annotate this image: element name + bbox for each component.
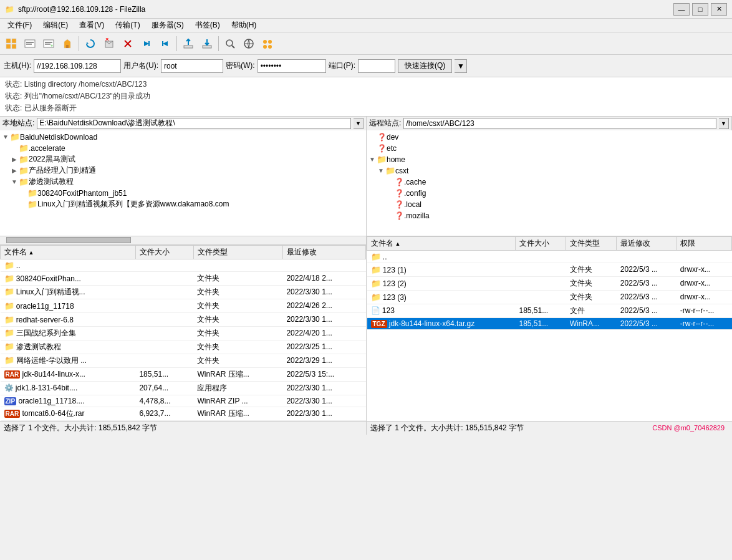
local-file-list[interactable]: 文件名 文件大小 文件类型 最近修改 📁 .. 📁 308240FoxitPha…	[0, 245, 366, 421]
file-name-cell: RAR jdk-8u144-linux-x...	[1, 367, 136, 381]
password-input[interactable]	[258, 59, 326, 73]
host-input[interactable]	[34, 59, 121, 73]
toolbar-btn8[interactable]	[138, 35, 155, 52]
quick-connect-button[interactable]: 快速连接(Q)	[398, 59, 452, 73]
file-type-cell: 文件夹	[193, 299, 282, 312]
tree-item-accelerate[interactable]: 📁 .accelerate	[1, 143, 365, 154]
toolbar-btn7[interactable]	[119, 35, 137, 52]
col-filetype-header[interactable]: 文件类型	[193, 245, 282, 259]
menu-transfer[interactable]: 传输(T)	[110, 19, 145, 32]
menu-edit[interactable]: 编辑(E)	[38, 19, 73, 32]
remote-file-row[interactable]: 📁 123 (3) 文件夹 2022/5/3 ... drwxr-x...	[367, 290, 732, 304]
minimize-button[interactable]: —	[673, 3, 690, 16]
remote-file-row[interactable]: 📁 123 (2) 文件夹 2022/5/3 ... drwxr-x...	[367, 276, 732, 290]
tree-item-config[interactable]: ❓ .config	[368, 188, 731, 199]
watermark: CSDN @m0_70462829	[652, 424, 728, 432]
toolbar-btn3[interactable]: +	[40, 35, 57, 52]
file-size-cell: 207,64...	[135, 381, 193, 395]
remote-path-dropdown[interactable]: ▼	[719, 118, 729, 129]
remote-file-row[interactable]: 📁 ..	[367, 250, 732, 263]
rcol-filetype-header[interactable]: 文件类型	[566, 236, 617, 250]
local-path-dropdown[interactable]: ▼	[354, 118, 364, 129]
remote-file-row[interactable]: 📄 123 185,51... 文件 2022/5/3 ... -rw-r--r…	[367, 304, 732, 317]
toolbar-btn12[interactable]	[240, 35, 258, 52]
toolbar-refresh[interactable]	[82, 35, 99, 52]
remote-path-input[interactable]	[403, 118, 716, 129]
left-panel: ▼ 📁 BaiduNetdiskDownload 📁 .accelerate ▶…	[0, 130, 367, 421]
menu-file[interactable]: 文件(F)	[2, 19, 37, 32]
file-name-cell: 📁 Linux入门到精通视...	[1, 285, 136, 299]
col-filesize-header[interactable]: 文件大小	[135, 245, 193, 259]
local-tree-hscroll[interactable]	[0, 236, 366, 245]
local-file-row[interactable]: 📁 redhat-server-6.8 文件夹 2022/3/30 1...	[1, 312, 366, 326]
rfile-perms-cell	[677, 250, 732, 263]
toolbar-btn4[interactable]	[59, 35, 76, 52]
close-button[interactable]: ✕	[711, 3, 727, 16]
local-file-row[interactable]: RAR tomcat6.0-64位.rar 6,923,7... WinRAR …	[1, 407, 366, 420]
rfile-type-cell: 文件	[566, 304, 617, 317]
menu-bookmark[interactable]: 书签(B)	[190, 19, 225, 32]
local-file-row[interactable]: 📁 网络运维-学以致用 ... 文件夹 2022/3/29 1...	[1, 354, 366, 367]
remote-file-row[interactable]: 📁 123 (1) 文件夹 2022/5/3 ... drwxr-x...	[367, 263, 732, 276]
tree-item-cache[interactable]: ❓ .cache	[368, 176, 731, 188]
toolbar-btn6[interactable]: ✕	[100, 35, 118, 52]
tree-item-2022[interactable]: ▶ 📁 2022黑马测试	[1, 154, 365, 165]
local-file-row[interactable]: ⚙️ jdk1.8-131-64bit.... 207,64... 应用程序 2…	[1, 381, 366, 395]
rcol-perms-header[interactable]: 权限	[677, 236, 732, 250]
port-input[interactable]	[358, 59, 395, 73]
svg-rect-18	[184, 46, 193, 48]
menu-help[interactable]: 帮助(H)	[226, 19, 262, 32]
col-filename-header[interactable]: 文件名	[1, 245, 136, 259]
local-file-row[interactable]: 📁 Linux入门到精通视... 文件夹 2022/3/30 1...	[1, 285, 366, 299]
local-file-row[interactable]: 📁 三国战纪系列全集 文件夹 2022/4/20 1...	[1, 326, 366, 340]
tree-item-dev[interactable]: ❓ dev	[368, 132, 731, 143]
local-file-table: 文件名 文件大小 文件类型 最近修改 📁 .. 📁 308240FoxitPha…	[0, 245, 366, 421]
toolbar-btn9[interactable]	[157, 35, 174, 52]
toolbar-btn2[interactable]	[21, 35, 39, 52]
tree-item-foxit[interactable]: 📁 308240FoxitPhantom_jb51	[1, 188, 365, 199]
local-file-row[interactable]: 📁 oracle11g_11718 文件夹 2022/4/26 2...	[1, 299, 366, 312]
local-file-row[interactable]: 📁 308240FoxitPhan... 文件夹 2022/4/18 2...	[1, 271, 366, 285]
col-modified-header[interactable]: 最近修改	[282, 245, 365, 259]
tree-item-mozilla[interactable]: ❓ .mozilla	[368, 210, 731, 221]
remote-file-row[interactable]: TGZ jdk-8u144-linux-x64.tar.gz 185,51...…	[367, 317, 732, 329]
local-file-row[interactable]: ZIP oracle11g_11718.... 4,478,8... WinRA…	[1, 395, 366, 407]
rcol-modified-header[interactable]: 最近修改	[617, 236, 677, 250]
local-tree[interactable]: ▼ 📁 BaiduNetdiskDownload 📁 .accelerate ▶…	[0, 130, 366, 236]
toolbar-search[interactable]	[221, 35, 239, 52]
toolbar-upload[interactable]	[180, 35, 197, 52]
rcol-filesize-header[interactable]: 文件大小	[515, 236, 566, 250]
tree-item-pentest[interactable]: ▼ 📁 渗透测试教程	[1, 176, 365, 188]
folder-icon: 📁	[377, 155, 387, 164]
tree-item-csxt[interactable]: ▼ 📁 csxt	[368, 165, 731, 176]
toolbar-btn13[interactable]	[259, 35, 276, 52]
rcol-filename-header[interactable]: 文件名	[367, 236, 516, 250]
rfile-size-cell: 185,51...	[515, 304, 566, 317]
maximize-button[interactable]: □	[692, 3, 708, 16]
menu-view[interactable]: 查看(V)	[74, 19, 109, 32]
tree-item-product[interactable]: ▶ 📁 产品经理入门到精通	[1, 165, 365, 176]
tree-item-linux[interactable]: 📁 Linux入门到精通视频系列【更多资源www.dakamao8.com	[1, 199, 365, 210]
remote-path-bar: 远程站点: ▼	[367, 117, 732, 130]
tree-item-home[interactable]: ▼ 📁 home	[368, 154, 731, 165]
username-input[interactable]	[161, 59, 223, 73]
local-file-row[interactable]: 📁 ..	[1, 259, 366, 271]
file-size-cell	[135, 326, 193, 340]
local-file-row[interactable]: 📁 渗透测试教程 文件夹 2022/3/25 1...	[1, 340, 366, 354]
local-path-input[interactable]	[37, 118, 351, 129]
tree-item-etc[interactable]: ❓ etc	[368, 143, 731, 154]
toolbar-site-manager[interactable]	[2, 35, 20, 52]
local-file-row[interactable]: RAR jdk-8u144-linux-x... 185,51... WinRA…	[1, 367, 366, 381]
tree-label: .mozilla	[404, 211, 430, 220]
quick-connect-dropdown[interactable]: ▼	[455, 59, 467, 73]
toolbar-download[interactable]	[198, 35, 216, 52]
folder-icon: 📁	[19, 155, 29, 164]
tree-item-baidu[interactable]: ▼ 📁 BaiduNetdiskDownload	[1, 132, 365, 143]
remote-tree[interactable]: ❓ dev ❓ etc ▼ 📁 home ▼ 📁 csxt ❓ .cac	[367, 130, 732, 236]
tree-item-local[interactable]: ❓ .local	[368, 199, 731, 210]
remote-file-list[interactable]: 文件名 文件大小 文件类型 最近修改 权限 📁 .. 📁 123 (1) 文件夹…	[367, 236, 732, 421]
rfile-perms-cell: drwxr-x...	[677, 263, 732, 276]
remote-status-text: 选择了 1 个文件。大小共计: 185,515,842 字节	[370, 423, 524, 433]
menu-server[interactable]: 服务器(S)	[147, 19, 189, 32]
status-line-1: 状态: Listing directory /home/csxt/ABC/123	[5, 79, 727, 90]
